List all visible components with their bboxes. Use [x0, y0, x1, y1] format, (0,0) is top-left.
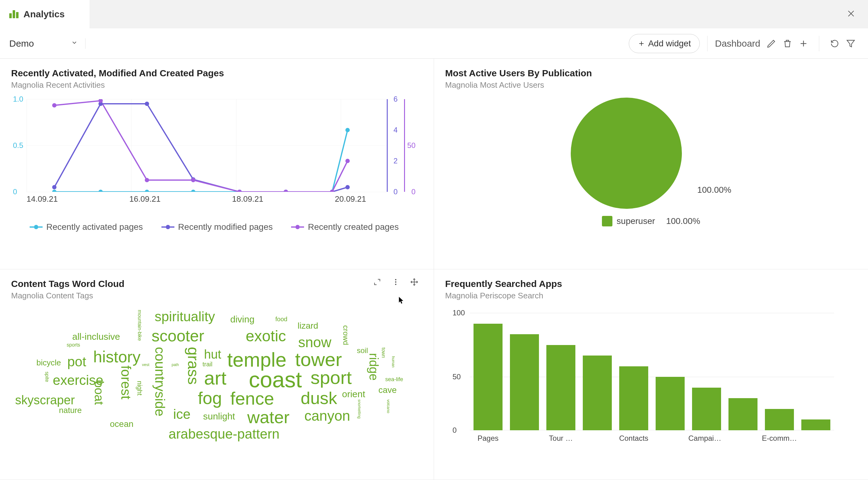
legend-item[interactable]: Recently activated pages [30, 222, 143, 232]
bar[interactable] [656, 377, 685, 430]
more-icon[interactable] [392, 278, 400, 287]
panel-title: Frequently Searched Apps [445, 279, 857, 289]
word[interactable]: hut [204, 348, 221, 360]
add-widget-button[interactable]: Add widget [629, 34, 700, 53]
word[interactable]: water [247, 409, 289, 426]
svg-point-15 [52, 185, 57, 189]
word[interactable]: snow [298, 335, 331, 349]
word[interactable]: diving [230, 315, 254, 324]
word[interactable]: skyscraper [15, 394, 75, 406]
line-chart: 0 0.5 1.0 0 2 4 6 0 50 [11, 99, 423, 210]
bar[interactable] [583, 356, 612, 430]
word[interactable]: dusk [301, 390, 337, 407]
pie-legend[interactable]: superuser 100.00% [445, 216, 857, 227]
app-name: Analytics [24, 9, 64, 20]
svg-point-17 [145, 101, 149, 106]
bar[interactable] [473, 324, 502, 430]
refresh-button[interactable] [827, 35, 843, 52]
filter-button[interactable] [843, 35, 859, 52]
word[interactable]: spirituality [155, 310, 215, 323]
word[interactable]: sea-life [385, 377, 403, 382]
move-icon[interactable] [410, 278, 418, 287]
word[interactable]: ocean [110, 420, 133, 428]
word[interactable]: pot [67, 355, 86, 368]
close-button[interactable] [846, 9, 868, 20]
bar[interactable] [765, 409, 794, 430]
panel-subtitle: Magnolia Most Active Users [445, 80, 857, 90]
bar[interactable] [510, 334, 539, 430]
word[interactable]: bicycle [36, 359, 61, 367]
cursor-icon [399, 297, 404, 305]
word[interactable]: history [93, 349, 141, 365]
bar[interactable] [546, 345, 576, 430]
bar-slot [798, 313, 834, 430]
word[interactable]: scooter [152, 328, 204, 344]
project-name: Demo [9, 38, 34, 49]
word[interactable]: volcano [386, 399, 391, 413]
word[interactable]: grass [186, 347, 201, 385]
word[interactable]: fog [198, 390, 222, 407]
word[interactable]: forest [119, 365, 133, 399]
word[interactable]: temple [227, 350, 286, 370]
app-tab[interactable]: Analytics [0, 0, 90, 28]
dashboard-grid: Recently Activated, Modified And Created… [0, 59, 868, 480]
word[interactable]: path [172, 363, 179, 367]
word[interactable]: ridge [368, 353, 380, 381]
word[interactable]: tower [295, 350, 342, 369]
word[interactable]: coast [249, 368, 302, 391]
legend-item[interactable]: Recently created pages [291, 222, 399, 232]
svg-point-10 [191, 190, 195, 192]
word[interactable]: food [275, 316, 287, 322]
edit-button[interactable] [763, 35, 779, 52]
pie-chart [571, 98, 682, 209]
word[interactable]: sunlight [203, 412, 235, 421]
y-left-tick: 0 [13, 187, 17, 196]
word[interactable]: canyon [304, 409, 350, 423]
panel-title: Content Tags Word Cloud [11, 279, 423, 289]
svg-point-32 [395, 281, 396, 282]
word[interactable]: sport [311, 368, 351, 387]
word[interactable]: nature [59, 406, 82, 414]
word[interactable]: soil [357, 347, 368, 354]
word[interactable]: lizard [298, 322, 318, 330]
word[interactable]: cave [378, 386, 397, 394]
legend-item[interactable]: Recently modified pages [161, 222, 273, 232]
word[interactable]: human [392, 356, 395, 367]
add-dashboard-button[interactable] [796, 35, 811, 52]
word[interactable]: ice [173, 408, 190, 421]
word[interactable]: trail [203, 361, 212, 367]
bar-slot [579, 313, 616, 430]
svg-point-27 [237, 190, 242, 192]
y-right2-tick: 0 [411, 187, 415, 196]
svg-point-28 [284, 190, 288, 192]
word[interactable]: countryside [153, 347, 167, 416]
word[interactable]: exotic [246, 328, 286, 344]
delete-button[interactable] [779, 35, 796, 52]
word[interactable]: night [136, 381, 143, 396]
bar[interactable] [801, 419, 830, 430]
word[interactable]: vest [142, 363, 149, 367]
word[interactable]: mountain-bike [137, 310, 142, 341]
word[interactable]: orient [342, 390, 365, 399]
x-tick: 16.09.21 [129, 194, 160, 204]
word[interactable]: snorkelling [358, 399, 362, 419]
bar[interactable] [692, 388, 721, 430]
line-series-svg [27, 99, 388, 192]
word[interactable]: all-inclusive [72, 332, 120, 341]
bar[interactable] [619, 366, 648, 430]
analytics-icon [9, 10, 19, 18]
expand-icon[interactable] [373, 278, 381, 287]
word[interactable]: town [381, 348, 386, 358]
bar-slot: E-comm… [761, 313, 798, 430]
word[interactable]: fence [230, 390, 274, 408]
word[interactable]: crowd [342, 325, 349, 345]
word[interactable]: arabesque-pattern [168, 427, 280, 441]
project-selector[interactable]: Demo [9, 38, 86, 49]
word[interactable]: boat [93, 381, 105, 405]
panel-subtitle: Magnolia Content Tags [11, 291, 423, 301]
word[interactable]: spite [44, 371, 50, 382]
bar[interactable] [728, 398, 757, 430]
y-right2-tick: 50 [407, 141, 415, 150]
word[interactable]: sports [67, 342, 80, 348]
word[interactable]: art [204, 368, 226, 388]
